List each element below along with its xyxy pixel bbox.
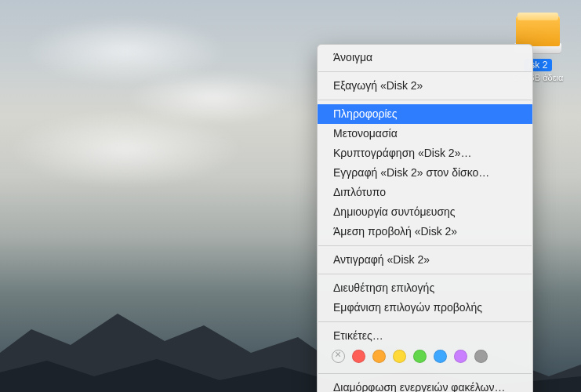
menu-burn[interactable]: Εγγραφή «Disk 2» στον δίσκο… (318, 163, 532, 183)
menu-separator (318, 71, 532, 72)
menu-make-alias[interactable]: Δημιουργία συντόμευσης (318, 202, 532, 222)
menu-duplicate[interactable]: Διπλότυπο (318, 183, 532, 202)
desktop[interactable]: isk 2 G…GB άδεια Άνοιγμα Εξαγωγή «Disk 2… (0, 0, 581, 392)
menu-encrypt[interactable]: Κρυπτογράφηση «Disk 2»… (318, 143, 532, 163)
menu-folder-actions[interactable]: Διαμόρφωση ενεργειών φακέλων… (318, 378, 532, 392)
menu-open[interactable]: Άνοιγμα (318, 48, 532, 67)
tag-yellow[interactable] (393, 350, 406, 363)
menu-separator (318, 100, 532, 100)
menu-rename[interactable]: Μετονομασία (318, 124, 532, 143)
tag-none-icon[interactable] (332, 350, 345, 363)
menu-cleanup[interactable]: Διευθέτηση επιλογής (318, 278, 532, 298)
menu-eject[interactable]: Εξαγωγή «Disk 2» (318, 76, 532, 96)
tag-purple[interactable] (454, 350, 467, 363)
menu-separator (318, 274, 532, 274)
cloud-decor (8, 110, 243, 188)
menu-view-options[interactable]: Εμφάνιση επιλογών προβολής (318, 298, 532, 318)
tag-green[interactable] (413, 350, 427, 363)
context-menu: Άνοιγμα Εξαγωγή «Disk 2» Πληροφορίες Μετ… (317, 44, 533, 392)
tag-orange[interactable] (372, 350, 386, 363)
tags-row (318, 346, 532, 369)
menu-separator (318, 373, 532, 374)
menu-separator (318, 245, 532, 246)
menu-quicklook[interactable]: Άμεση προβολή «Disk 2» (318, 222, 532, 241)
tag-gray[interactable] (474, 350, 488, 363)
menu-get-info[interactable]: Πληροφορίες (318, 104, 532, 124)
menu-separator (318, 321, 532, 322)
tag-red[interactable] (352, 350, 365, 363)
tag-blue[interactable] (434, 350, 447, 363)
menu-copy[interactable]: Αντιγραφή «Disk 2» (318, 250, 532, 270)
menu-tags[interactable]: Ετικέτες… (318, 326, 532, 346)
